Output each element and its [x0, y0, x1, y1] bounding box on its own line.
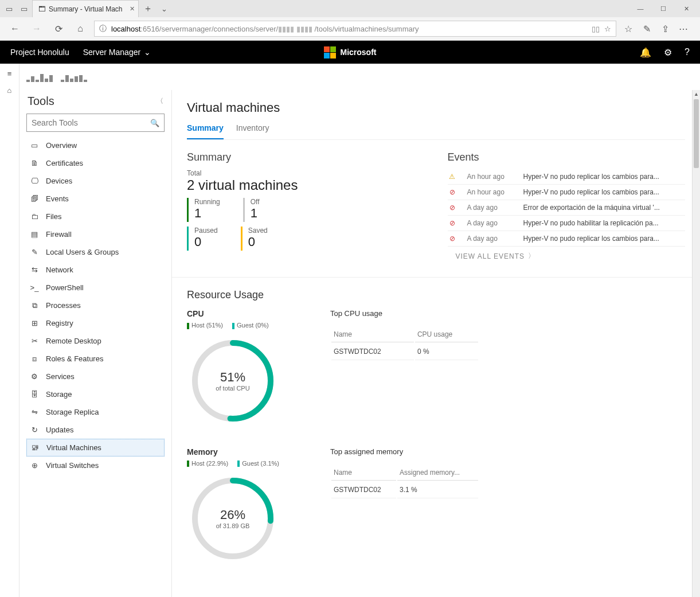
sidebar-item-registry[interactable]: ⊞Registry	[26, 314, 165, 332]
address-bar[interactable]: ⓘ localhost:6516/servermanager/connectio…	[94, 21, 616, 37]
left-gutter: ≡ ⌂	[0, 64, 19, 597]
event-row[interactable]: ⊘A day agoHyper-V no pudo replicar los c…	[448, 231, 686, 247]
notifications-icon[interactable]: 🔔	[640, 47, 651, 58]
refresh-button[interactable]: ⟳	[50, 24, 67, 34]
tab-title: Summary - Virtual Mach	[49, 5, 122, 13]
favorite-icon[interactable]: ☆	[604, 25, 611, 33]
notes-icon[interactable]: ✎	[640, 24, 653, 34]
more-icon[interactable]: ⋯	[677, 24, 690, 34]
event-time: An hour ago	[467, 188, 513, 196]
sidebar-item-virtual-machines[interactable]: 🖳Virtual Machines	[26, 439, 165, 456]
event-time: A day ago	[467, 219, 513, 227]
sidebar-item-storage-replica[interactable]: ⇋Storage Replica	[26, 403, 165, 421]
tab-summary[interactable]: Summary	[187, 123, 224, 139]
browser-chrome: ▭ ▭ 🗔 Summary - Virtual Mach ✕ ＋ ⌄ — ☐ ✕…	[0, 0, 700, 41]
tab-chevron-icon[interactable]: ⌄	[157, 2, 171, 15]
new-tab-button[interactable]: ＋	[140, 3, 156, 15]
content-scrollbar[interactable]: ▲ ▼	[692, 90, 700, 597]
scrollbar-thumb[interactable]	[694, 99, 699, 168]
memory-donut: 26% of 31.89 GB	[187, 473, 279, 564]
sidebar-item-files[interactable]: 🗀Files	[26, 208, 165, 225]
sidebar-item-services[interactable]: ⚙Services	[26, 368, 165, 385]
sidebar-item-devices[interactable]: 🖵Devices	[26, 172, 165, 190]
summary-heading: Summary	[187, 151, 425, 163]
tool-label: Virtual Machines	[46, 443, 101, 452]
tool-icon: ▭	[30, 141, 39, 150]
table-row[interactable]: GSTWDTDC020 %	[331, 344, 478, 360]
close-icon[interactable]: ✕	[130, 5, 135, 13]
addr-host: localhost	[111, 25, 140, 33]
cpu-table: Name CPU usage GSTWDTDC020 %	[330, 326, 479, 361]
tool-icon: ▤	[30, 230, 39, 239]
tool-icon: ⊞	[30, 319, 39, 327]
tool-icon: ⇋	[30, 408, 39, 416]
severity-icon: ⊘	[448, 188, 457, 196]
tool-label: Storage	[46, 390, 72, 399]
server-manager-dropdown[interactable]: Server Manager ⌄	[83, 48, 151, 57]
tool-label: Remote Desktop	[46, 337, 101, 345]
event-message: Hyper-V no pudo replicar los cambios par…	[523, 188, 686, 196]
tool-icon: ⚙	[30, 372, 39, 381]
back-button[interactable]: ←	[7, 24, 23, 34]
browser-tab[interactable]: 🗔 Summary - Virtual Mach ✕	[32, 0, 139, 17]
tool-icon: ✂	[30, 337, 39, 345]
minimize-button[interactable]: —	[629, 0, 652, 17]
sidebar-item-local-users-groups[interactable]: ✎Local Users & Groups	[26, 243, 165, 261]
brand-label: Project Honolulu	[10, 48, 69, 57]
tool-label: Files	[46, 212, 61, 221]
sidebar-item-powershell[interactable]: >_PowerShell	[26, 279, 165, 296]
event-row[interactable]: ⊘A day agoError de exportación de la máq…	[448, 200, 686, 216]
home-icon[interactable]: ⌂	[7, 86, 12, 95]
sidebar-item-virtual-switches[interactable]: ⊕Virtual Switches	[26, 456, 165, 474]
sidebar-item-storage[interactable]: 🗄Storage	[26, 385, 165, 403]
tool-label: Updates	[46, 426, 73, 434]
sidebar-item-updates[interactable]: ↻Updates	[26, 421, 165, 439]
tool-icon: >_	[30, 283, 39, 292]
tool-icon: 🗐	[30, 194, 39, 203]
sidebar-item-events[interactable]: 🗐Events	[26, 190, 165, 208]
settings-icon[interactable]: ⚙	[664, 47, 672, 58]
close-window-button[interactable]: ✕	[675, 0, 698, 17]
site-info-icon[interactable]: ⓘ	[99, 24, 107, 34]
cpu-block: CPU Host (51%) Guest (0%) 51%	[187, 309, 685, 427]
table-row[interactable]: GSTWDTDC023.1 %	[331, 482, 478, 498]
sidebar-item-certificates[interactable]: 🗎Certificates	[26, 154, 165, 172]
app-icon-2: ▭	[17, 2, 31, 15]
tool-label: Devices	[46, 177, 72, 185]
maximize-button[interactable]: ☐	[652, 0, 675, 17]
home-button[interactable]: ⌂	[72, 24, 88, 34]
tool-label: PowerShell	[46, 283, 84, 292]
tool-icon: ⧈	[30, 354, 39, 364]
search-input[interactable]	[32, 118, 150, 127]
sidebar-item-processes[interactable]: ⧉Processes	[26, 296, 165, 314]
tab-inventory[interactable]: Inventory	[236, 123, 269, 139]
reading-view-icon[interactable]: ▯▯	[592, 25, 600, 33]
chevron-right-icon: 〉	[528, 251, 535, 261]
collapse-sidebar-icon[interactable]: 〈	[157, 96, 163, 106]
favorites-star-icon[interactable]: ☆	[622, 24, 635, 34]
top-cpu-title: Top CPU usage	[330, 309, 479, 318]
hamburger-icon[interactable]: ≡	[7, 69, 12, 78]
sidebar-item-overview[interactable]: ▭Overview	[26, 136, 165, 154]
share-icon[interactable]: ⇪	[659, 24, 671, 34]
help-icon[interactable]: ?	[685, 47, 690, 58]
total-value: 2 virtual machines	[187, 177, 425, 193]
memory-table: Name Assigned memory... GSTWDTDC023.1 %	[330, 464, 479, 500]
event-message: Error de exportación de la máquina virtu…	[523, 204, 686, 212]
tool-label: Registry	[46, 319, 73, 327]
tool-label: Storage Replica	[46, 408, 99, 416]
honolulu-header: Project Honolulu Server Manager ⌄ Micros…	[0, 41, 700, 64]
sidebar-item-firewall[interactable]: ▤Firewall	[26, 225, 165, 243]
cpu-title: CPU	[187, 309, 307, 318]
search-tools[interactable]: 🔍	[26, 114, 165, 132]
event-row[interactable]: ⊘A day agoHyper-V no pudo habilitar la r…	[448, 216, 686, 231]
sidebar-item-network[interactable]: ⇆Network	[26, 261, 165, 279]
sidebar-item-roles-features[interactable]: ⧈Roles & Features	[26, 350, 165, 368]
view-all-events[interactable]: VIEW ALL EVENTS 〉	[448, 251, 536, 261]
tool-icon: ⧉	[30, 301, 39, 310]
event-row[interactable]: ⚠An hour agoHyper-V no pudo replicar los…	[448, 169, 686, 185]
tool-label: Services	[46, 372, 75, 381]
event-row[interactable]: ⊘An hour agoHyper-V no pudo replicar los…	[448, 185, 686, 200]
tab-doc-icon: 🗔	[38, 5, 45, 13]
sidebar-item-remote-desktop[interactable]: ✂Remote Desktop	[26, 332, 165, 350]
